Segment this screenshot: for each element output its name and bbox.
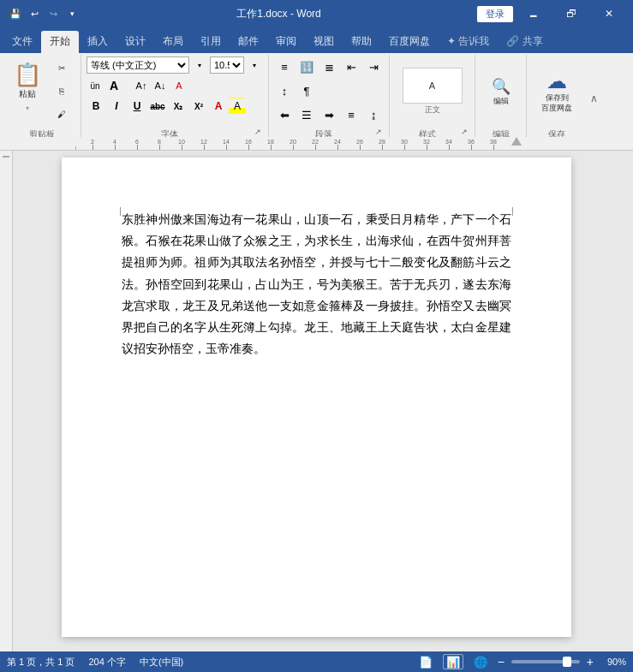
tab-references[interactable]: 引用 bbox=[192, 31, 230, 53]
font-family-select[interactable]: 等线 (中文正文) bbox=[87, 56, 189, 74]
para-row1: ≡ 🔢 ≣ ⇤ ⇥ bbox=[274, 56, 384, 77]
ruler-mark-14 bbox=[226, 145, 227, 150]
status-bar: 第 1 页，共 1 页 204 个字 中文(中国) 📄 📊 🌐 − + 90% bbox=[0, 651, 633, 672]
cut-icon: ✂ bbox=[58, 63, 65, 73]
font-enlarge-btn[interactable]: A↑ bbox=[133, 77, 150, 94]
ruler-mark-24 bbox=[337, 145, 338, 150]
para-row3: ⬅ ☰ ➡ ≡ ↨ bbox=[274, 104, 384, 125]
ruler-mark-16 bbox=[248, 145, 249, 150]
paste-icon: 📋 bbox=[14, 62, 41, 88]
close-btn[interactable]: ✕ bbox=[592, 0, 626, 27]
undo-btn[interactable]: ↩ bbox=[26, 5, 43, 22]
document-area[interactable]: 东胜神州傲来国海边有一花果山，山顶一石，秉受日月精华，产下一个石猴。石猴在花果山… bbox=[0, 137, 633, 651]
tab-review[interactable]: 审阅 bbox=[267, 31, 305, 53]
cut-button[interactable]: ✂ bbox=[48, 56, 75, 79]
ruler-mark-4 bbox=[115, 145, 116, 150]
tab-insert[interactable]: 插入 bbox=[79, 31, 116, 53]
indent-increase-btn[interactable]: ⇥ bbox=[363, 56, 384, 77]
superscript-btn[interactable]: X² bbox=[189, 98, 208, 115]
ruler-tick-18: 18 bbox=[260, 139, 282, 150]
save-quick-btn[interactable]: 💾 bbox=[7, 5, 24, 22]
paragraph-expand-btn[interactable]: ↗ bbox=[373, 127, 384, 137]
copy-icon: ⎘ bbox=[59, 86, 64, 96]
justify-btn[interactable]: ≡ bbox=[341, 104, 361, 125]
page-content[interactable]: 东胜神州傲来国海边有一花果山，山顶一石，秉受日月精华，产下一个石猴。石猴在花果山… bbox=[122, 209, 511, 360]
tab-tell-me[interactable]: ✦ 告诉我 bbox=[439, 31, 498, 53]
ruler-mark-18 bbox=[271, 145, 272, 150]
font-color-btn[interactable]: A bbox=[210, 98, 227, 115]
styles-group: A 正文 样式 ↗ bbox=[390, 55, 475, 142]
paste-dropdown[interactable]: ▾ bbox=[26, 104, 29, 112]
bold-btn[interactable]: B bbox=[87, 98, 105, 115]
zoom-plus[interactable]: + bbox=[587, 655, 594, 669]
ruler-mark-38 bbox=[493, 145, 494, 150]
restore-btn[interactable]: 🗗 bbox=[554, 0, 588, 27]
italic-btn[interactable]: I bbox=[107, 98, 126, 115]
cloud-save-button[interactable]: ☁ 保存到 百度网盘 bbox=[535, 68, 578, 116]
zoom-slider[interactable] bbox=[511, 660, 580, 663]
customize-quick-btn[interactable]: ▾ bbox=[63, 5, 81, 22]
left-vertical-ruler bbox=[0, 151, 13, 651]
big-a-btn[interactable]: A bbox=[105, 77, 122, 94]
status-bar-left: 第 1 页，共 1 页 204 个字 中文(中国) bbox=[7, 656, 183, 669]
numbering-btn[interactable]: 🔢 bbox=[296, 56, 317, 77]
clear-format-btn[interactable]: A bbox=[170, 77, 188, 94]
font-expand-btn[interactable]: ↗ bbox=[253, 127, 263, 137]
font-dropdown-btn[interactable]: ▾ bbox=[191, 56, 208, 74]
align-center-btn[interactable]: ☰ bbox=[296, 104, 317, 125]
tab-home[interactable]: 开始 bbox=[41, 31, 79, 53]
edit-content: 🔍 编辑 bbox=[484, 56, 518, 127]
line-spacing-btn[interactable]: ↨ bbox=[363, 104, 384, 125]
paste-label: 粘贴 bbox=[19, 88, 36, 100]
redo-btn[interactable]: ↪ bbox=[45, 5, 62, 22]
tab-mailings[interactable]: 邮件 bbox=[230, 31, 267, 53]
zoom-minus[interactable]: − bbox=[498, 655, 505, 669]
find-btn[interactable]: 🔍 编辑 bbox=[484, 68, 518, 116]
font-shrink-btn[interactable]: A↓ bbox=[152, 77, 169, 94]
align-left-btn[interactable]: ⬅ bbox=[274, 104, 295, 125]
minimize-btn[interactable]: 🗕 bbox=[517, 0, 551, 27]
login-button[interactable]: 登录 bbox=[477, 6, 513, 22]
collapse-icon: ∧ bbox=[590, 92, 598, 104]
multilevel-btn[interactable]: ≣ bbox=[319, 56, 339, 77]
indent-decrease-btn[interactable]: ⇤ bbox=[341, 56, 361, 77]
zoom-slider-thumb[interactable] bbox=[563, 657, 571, 667]
styles-gallery[interactable]: A 正文 bbox=[403, 68, 463, 116]
copy-button[interactable]: ⎘ bbox=[48, 80, 75, 102]
font-size-dropdown-btn[interactable]: ▾ bbox=[246, 56, 263, 74]
strikethrough-btn[interactable]: abc bbox=[148, 98, 167, 115]
tab-share[interactable]: 🔗 共享 bbox=[498, 31, 551, 53]
highlight-btn[interactable]: A bbox=[229, 98, 246, 115]
ruler-tick-28: 28 bbox=[371, 139, 393, 150]
format-painter-button[interactable]: 🖌 bbox=[48, 103, 75, 125]
ruler-tick-22: 22 bbox=[304, 139, 326, 150]
cloud-save-label: 保存到 百度网盘 bbox=[541, 93, 572, 113]
tab-view[interactable]: 视图 bbox=[305, 31, 343, 53]
sort-btn[interactable]: ↕ bbox=[274, 80, 295, 101]
font-size-select[interactable]: 10.5 bbox=[210, 56, 244, 74]
bullets-btn[interactable]: ≡ bbox=[274, 56, 295, 77]
left-indent-marker bbox=[120, 207, 121, 216]
find-icon: 🔍 bbox=[492, 77, 511, 96]
para-row2: ↕ ¶ bbox=[274, 80, 317, 101]
align-right-btn[interactable]: ➡ bbox=[319, 104, 339, 125]
styles-expand-btn[interactable]: ↗ bbox=[459, 127, 469, 137]
ruler-mark-28 bbox=[382, 145, 383, 150]
tab-design[interactable]: 设计 bbox=[116, 31, 154, 53]
read-mode-btn[interactable]: 📄 bbox=[415, 654, 436, 669]
tab-help[interactable]: 帮助 bbox=[343, 31, 380, 53]
clipboard-group: 📋 粘贴 ▾ ✂ ⎘ 🖌 剪贴板 bbox=[3, 55, 81, 142]
tab-layout[interactable]: 布局 bbox=[154, 31, 192, 53]
para-marks-btn[interactable]: ¶ bbox=[296, 80, 317, 101]
print-layout-btn[interactable]: 📊 bbox=[443, 654, 463, 669]
underline-btn[interactable]: U bbox=[128, 98, 146, 115]
page[interactable]: 东胜神州傲来国海边有一花果山，山顶一石，秉受日月精华，产下一个石猴。石猴在花果山… bbox=[62, 158, 571, 637]
web-layout-btn[interactable]: 🌐 bbox=[470, 654, 491, 669]
subscript-btn[interactable]: X₂ bbox=[169, 98, 188, 115]
ribbon-collapse-btn[interactable]: ∧ bbox=[587, 55, 601, 142]
tab-baidu[interactable]: 百度网盘 bbox=[380, 31, 439, 53]
tab-file[interactable]: 文件 bbox=[3, 31, 41, 53]
paste-button[interactable]: 📋 粘贴 bbox=[9, 56, 46, 104]
wen-btn[interactable]: ün bbox=[87, 77, 104, 94]
clipboard-content: 📋 粘贴 ▾ ✂ ⎘ 🖌 bbox=[9, 56, 75, 127]
